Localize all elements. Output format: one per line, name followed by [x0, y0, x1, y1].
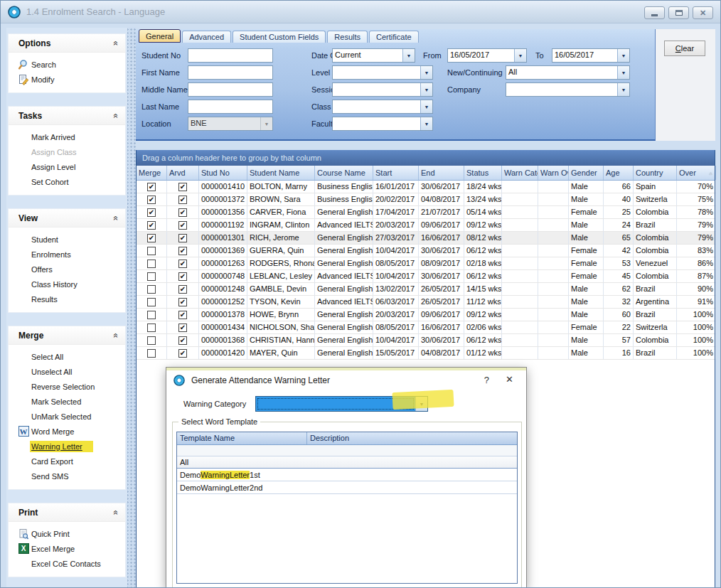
table-row[interactable]: ✔0000001434NICHOLSON, ShaeleGeneral Engl…	[137, 321, 715, 334]
dropdown-arrow-icon[interactable]: ▼	[617, 66, 629, 79]
panel-header-options[interactable]: Options»	[9, 34, 125, 53]
merge-checkbox[interactable]	[147, 298, 156, 306]
column-header-gender[interactable]: Gender	[569, 166, 604, 180]
field-session[interactable]: ▼	[332, 82, 433, 97]
sidebar-item-offers[interactable]: Offers	[9, 262, 125, 277]
dropdown-arrow-icon[interactable]: ▼	[420, 83, 432, 96]
sidebar-item-class-history[interactable]: Class History	[9, 277, 125, 292]
dialog-help-button[interactable]: ?	[484, 375, 489, 385]
column-header-course_name[interactable]: Course Name	[315, 166, 373, 180]
column-header-start[interactable]: Start	[373, 166, 419, 180]
arvd-checkbox[interactable]: ✔	[178, 336, 187, 345]
table-row[interactable]: ✔0000001420MAYER, QuinGeneral English15/…	[137, 347, 715, 360]
merge-checkbox[interactable]: ✔	[147, 183, 156, 191]
field-date_option[interactable]: Current▼	[332, 48, 415, 63]
arvd-checkbox[interactable]: ✔	[178, 183, 187, 191]
arvd-checkbox[interactable]: ✔	[178, 324, 187, 332]
merge-checkbox[interactable]	[147, 247, 156, 255]
sidebar-item-set-cohort[interactable]: Set Cohort	[9, 174, 125, 189]
arvd-checkbox[interactable]: ✔	[178, 234, 187, 242]
column-header-country[interactable]: Country	[634, 166, 677, 180]
window-titlebar[interactable]: 1.4 Enrolment Search - Language ✕	[1, 1, 721, 23]
merge-checkbox[interactable]	[147, 272, 156, 281]
panel-header-view[interactable]: View»	[9, 209, 125, 228]
table-row[interactable]: ✔0000001369GUERRA, QuinGeneral English10…	[137, 245, 715, 257]
table-row[interactable]: ✔0000000748LEBLANC, LesleyAdvanced IELTS…	[137, 270, 715, 283]
merge-checkbox[interactable]	[147, 285, 156, 294]
sidebar-item-excel-merge[interactable]: XExcel Merge	[9, 541, 125, 556]
sidebar-splitter[interactable]	[127, 28, 136, 587]
panel-header-print[interactable]: Print»	[9, 503, 125, 522]
merge-checkbox[interactable]: ✔	[147, 234, 156, 242]
column-header-warn_cat[interactable]: Warn Cate	[502, 166, 538, 180]
template-row[interactable]: DemoWarningLetter1st	[177, 469, 517, 481]
arvd-checkbox[interactable]: ✔	[178, 247, 187, 255]
field-middle_name[interactable]	[188, 82, 273, 97]
dropdown-arrow-icon[interactable]: ▼	[420, 117, 432, 130]
clear-button[interactable]: Clear	[664, 41, 705, 56]
table-row[interactable]: ✔✔0000001372BROWN, SaraBusiness English2…	[137, 193, 715, 206]
close-button[interactable]: ✕	[693, 6, 713, 19]
field-last_name[interactable]	[188, 100, 273, 114]
field-location[interactable]: BNE▼	[188, 117, 273, 131]
template-row[interactable]: DemoWarningLetter2nd	[177, 481, 517, 494]
sidebar-item-select-all[interactable]: Select All	[9, 349, 125, 364]
column-header-age[interactable]: Age	[604, 166, 634, 180]
sidebar-item-word-merge[interactable]: WWord Merge	[9, 424, 125, 439]
column-header-stud_no[interactable]: Stud No	[199, 166, 247, 180]
tab-student-custom-fields[interactable]: Student Custom Fields	[233, 31, 326, 43]
arvd-checkbox[interactable]: ✔	[178, 221, 187, 230]
table-row[interactable]: ✔0000001248GAMBLE, DevinGeneral English1…	[137, 283, 715, 296]
dropdown-arrow-icon[interactable]: ▼	[402, 49, 415, 62]
table-row[interactable]: ✔0000001378HOWE, BrynnGeneral English20/…	[137, 309, 715, 321]
dropdown-arrow-icon[interactable]: ▼	[420, 100, 432, 113]
maximize-button[interactable]	[668, 6, 689, 19]
sidebar-item-enrolments[interactable]: Enrolments	[9, 247, 125, 262]
sidebar-item-mark-selected[interactable]: Mark Selected	[9, 394, 125, 409]
minimize-button[interactable]	[644, 6, 665, 19]
dropdown-arrow-icon[interactable]: ▼	[260, 117, 272, 130]
merge-checkbox[interactable]	[147, 349, 156, 358]
dropdown-arrow-icon[interactable]: ▼	[420, 66, 432, 79]
table-row[interactable]: ✔0000001252TYSON, KevinAdvanced IELTS06/…	[137, 296, 715, 309]
arvd-checkbox[interactable]: ✔	[178, 272, 187, 281]
column-header-warn_ov[interactable]: Warn Ov	[538, 166, 569, 180]
tab-results[interactable]: Results	[327, 31, 368, 43]
panel-header-merge[interactable]: Merge»	[9, 326, 125, 345]
column-header-description[interactable]: Description	[307, 432, 517, 444]
sidebar-item-search[interactable]: Search	[9, 57, 125, 72]
dialog-titlebar[interactable]: Generate Attendance Warning Letter ? ✕	[166, 370, 526, 390]
table-row[interactable]: ✔✔0000001192INGRAM, ClintonAdvanced IELT…	[137, 219, 715, 232]
merge-checkbox[interactable]	[147, 311, 156, 319]
sidebar-item-mark-arrived[interactable]: Mark Arrived	[9, 129, 125, 144]
arvd-checkbox[interactable]: ✔	[178, 196, 187, 204]
merge-checkbox[interactable]: ✔	[147, 221, 156, 230]
dropdown-arrow-icon[interactable]: ▼	[617, 49, 629, 62]
sidebar-item-modify[interactable]: Modify	[9, 72, 125, 87]
table-row[interactable]: ✔✔0000001301RICH, JeromeGeneral English2…	[137, 232, 715, 245]
table-row[interactable]: ✔✔0000001356CARVER, FionaGeneral English…	[137, 206, 715, 219]
field-class[interactable]: ▼	[332, 100, 433, 114]
sidebar-item-unmark-selected[interactable]: UnMark Selected	[9, 409, 125, 424]
field-company[interactable]: ▼	[506, 82, 630, 97]
table-row[interactable]: ✔✔0000001410BOLTON, MarnyBusiness Englis…	[137, 181, 715, 193]
sidebar-item-excel-coe-contacts[interactable]: Excel CoE Contacts	[9, 556, 125, 571]
dropdown-arrow-icon[interactable]: ▼	[514, 49, 526, 62]
field-new_continuing[interactable]: All▼	[506, 65, 630, 80]
column-header-merge[interactable]: Merge	[137, 166, 167, 180]
arvd-checkbox[interactable]: ✔	[178, 298, 187, 306]
template-row[interactable]: All	[177, 456, 517, 469]
sidebar-item-reverse-selection[interactable]: Reverse Selection	[9, 379, 125, 394]
template-row[interactable]	[177, 445, 517, 456]
sidebar-item-card-export[interactable]: Card Export	[9, 454, 125, 469]
sidebar-item-quick-print[interactable]: Quick Print	[9, 526, 125, 541]
tab-advanced[interactable]: Advanced	[182, 31, 231, 43]
sidebar-item-warning-letter[interactable]: Warning Letter	[9, 439, 125, 454]
sidebar-item-student[interactable]: Student	[9, 232, 125, 247]
arvd-checkbox[interactable]: ✔	[178, 260, 187, 268]
arvd-checkbox[interactable]: ✔	[178, 285, 187, 294]
merge-checkbox[interactable]	[147, 324, 156, 332]
sidebar-item-assign-level[interactable]: Assign Level	[9, 159, 125, 174]
merge-checkbox[interactable]	[147, 260, 156, 268]
column-header-student_name[interactable]: Student Name	[247, 166, 315, 180]
